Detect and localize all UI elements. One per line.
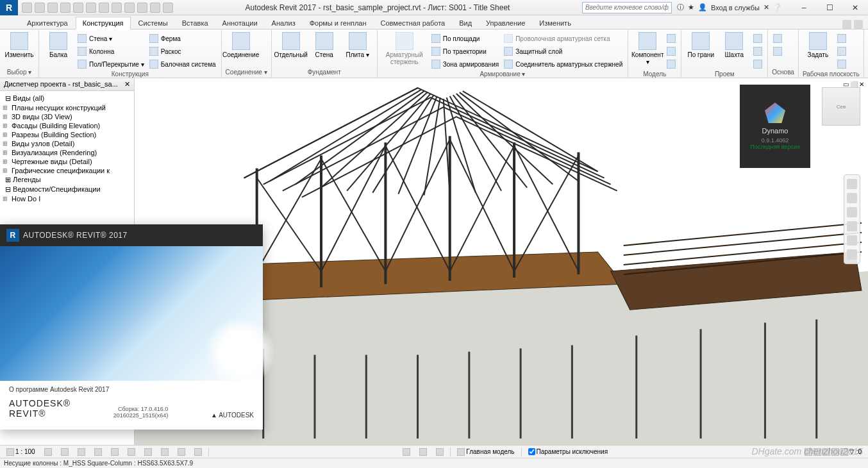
model-group-button[interactable] <box>665 58 677 71</box>
tab-collaborate[interactable]: Совместная работа <box>374 17 452 29</box>
modify-button[interactable]: Изменить <box>4 32 35 58</box>
shaft-button[interactable]: Шахта <box>719 32 749 58</box>
tab-manage[interactable]: Управление <box>480 17 531 29</box>
truss-button[interactable]: Ферма <box>148 32 217 45</box>
tree-item[interactable]: 3D виды (3D View) <box>1 112 133 121</box>
f2-icon[interactable] <box>814 448 821 456</box>
tab-analyze[interactable]: Анализ <box>265 17 302 29</box>
workset-control[interactable]: Главная модель <box>455 447 517 457</box>
tree-item[interactable]: Чертежные виды (Detail) <box>1 157 133 166</box>
cover-button[interactable]: Защитный слой <box>503 45 624 58</box>
qat-undo-icon[interactable] <box>47 3 58 13</box>
tree-item[interactable]: Фасады (Building Elevation) <box>1 121 133 130</box>
tab-systems[interactable]: Системы <box>132 17 174 29</box>
tab-massing[interactable]: Формы и генплан <box>303 17 373 29</box>
view-max-icon[interactable]: ⬜ <box>850 81 858 88</box>
nav-zoom-icon[interactable] <box>847 221 857 231</box>
view-cube[interactable]: Сев <box>822 87 860 126</box>
temp-hide[interactable] <box>175 447 188 457</box>
f3-icon[interactable] <box>822 448 830 456</box>
area-button[interactable]: По площади <box>430 32 500 45</box>
f4-icon[interactable] <box>831 448 839 456</box>
qat-thin-icon[interactable] <box>124 3 135 13</box>
qat-print-icon[interactable] <box>73 3 83 13</box>
ref-button[interactable] <box>836 45 847 58</box>
tab-view[interactable]: Вид <box>453 17 478 29</box>
reveal[interactable] <box>192 447 204 457</box>
visual-style[interactable] <box>58 447 71 457</box>
minimize-button[interactable]: – <box>791 1 817 15</box>
connection-button[interactable]: Соединение <box>226 32 256 58</box>
column-button[interactable]: Колонна <box>76 45 146 58</box>
component-button[interactable]: Компонент ▾ <box>632 32 663 65</box>
model-line-button[interactable] <box>665 45 677 58</box>
tab-modify[interactable]: Изменить <box>533 17 578 29</box>
params-check[interactable]: Параметры исключения <box>526 447 611 457</box>
viewer-button[interactable] <box>836 58 847 71</box>
nav-pan-icon[interactable] <box>847 207 857 217</box>
tree-root-schedules[interactable]: ⊟ Ведомости/Спецификации <box>1 185 133 194</box>
sun-path[interactable] <box>75 447 88 457</box>
level-button[interactable] <box>772 32 783 45</box>
crop-view[interactable] <box>125 447 138 457</box>
tree-item[interactable]: Виды узлов (Detail) <box>1 139 133 148</box>
rebar-button[interactable]: Арматурный стержень <box>381 32 428 65</box>
qat-section-icon[interactable] <box>112 3 122 13</box>
fabric-button[interactable]: Проволочная арматурная сетка <box>503 32 624 45</box>
rendering[interactable] <box>108 447 121 457</box>
f1-icon[interactable] <box>805 448 812 456</box>
brace-button[interactable]: Раскос <box>148 45 217 58</box>
isolated-button[interactable]: Отдельный <box>276 32 306 58</box>
coupler-button[interactable]: Соединитель арматурных стержней <box>503 58 624 71</box>
shadows[interactable] <box>92 447 104 457</box>
beamsystem-button[interactable]: Балочная система <box>148 58 217 71</box>
slab-button[interactable]: Плита ▾ <box>342 32 373 58</box>
tree-item[interactable]: Разрезы (Building Section) <box>1 130 133 139</box>
qat-switch-icon[interactable] <box>150 3 160 13</box>
beam-button[interactable]: Балка <box>43 32 74 58</box>
signin-label[interactable]: Вход в службы <box>711 4 760 12</box>
qat-dropdown-icon[interactable] <box>163 3 173 13</box>
ribbon-min-icon[interactable] <box>854 20 863 29</box>
app-logo[interactable]: R <box>0 0 18 15</box>
close-button[interactable]: ✕ <box>842 1 868 15</box>
qat-redo-icon[interactable] <box>60 3 71 13</box>
tree-item[interactable]: Визуализация (Rendering) <box>1 148 133 157</box>
model-text-button[interactable] <box>665 32 677 45</box>
signin-icon[interactable]: 👤 <box>698 3 707 12</box>
ribbon-addin-icon[interactable] <box>842 20 851 29</box>
show-button[interactable] <box>836 32 847 45</box>
link-toggle[interactable] <box>433 447 446 457</box>
browser-close-icon[interactable]: ✕ <box>124 80 130 88</box>
maximize-button[interactable]: ☐ <box>817 1 842 15</box>
wall-button[interactable]: Стена ▾ <box>76 32 146 45</box>
unlock-view[interactable] <box>158 447 171 457</box>
dynamo-panel[interactable]: Dynamo 0.9.1.4062 Последняя версия <box>740 85 810 168</box>
nav-look-icon[interactable] <box>847 249 857 260</box>
zone-button[interactable]: Зона армирования <box>430 58 500 71</box>
cloud-icon-btn[interactable] <box>417 447 430 457</box>
qat-sync-icon[interactable] <box>86 3 96 13</box>
f5-icon[interactable] <box>840 448 848 456</box>
params-checkbox[interactable] <box>528 448 535 455</box>
path-button[interactable]: По траектории <box>430 45 500 58</box>
set-button[interactable]: Задать <box>803 32 833 58</box>
selection-toggle[interactable] <box>400 447 413 457</box>
tree-item[interactable]: How Do I <box>1 194 133 203</box>
view-min-icon[interactable]: ▭ <box>843 81 849 88</box>
dormer-button[interactable] <box>752 58 764 71</box>
tab-annotate[interactable]: Аннотации <box>216 17 264 29</box>
crop-visible[interactable] <box>142 447 154 457</box>
tree-root-legends[interactable]: ⊞ Легенды <box>1 175 133 185</box>
nav-orbit-icon[interactable] <box>847 235 857 246</box>
scale-control[interactable]: 1 : 100 <box>4 447 38 457</box>
floor-button[interactable]: Пол/Перекрытие ▾ <box>76 58 146 71</box>
qat-close-icon[interactable] <box>137 3 147 13</box>
qat-measure-icon[interactable] <box>99 3 109 13</box>
grid-button[interactable] <box>772 45 783 58</box>
star-icon[interactable]: ★ <box>688 3 694 12</box>
wall-opening-button[interactable] <box>752 32 764 45</box>
tab-insert[interactable]: Вставка <box>176 17 215 29</box>
help-icon[interactable]: ❔ <box>773 3 782 12</box>
tree-root-views[interactable]: ⊟ Виды (all) <box>1 94 133 103</box>
